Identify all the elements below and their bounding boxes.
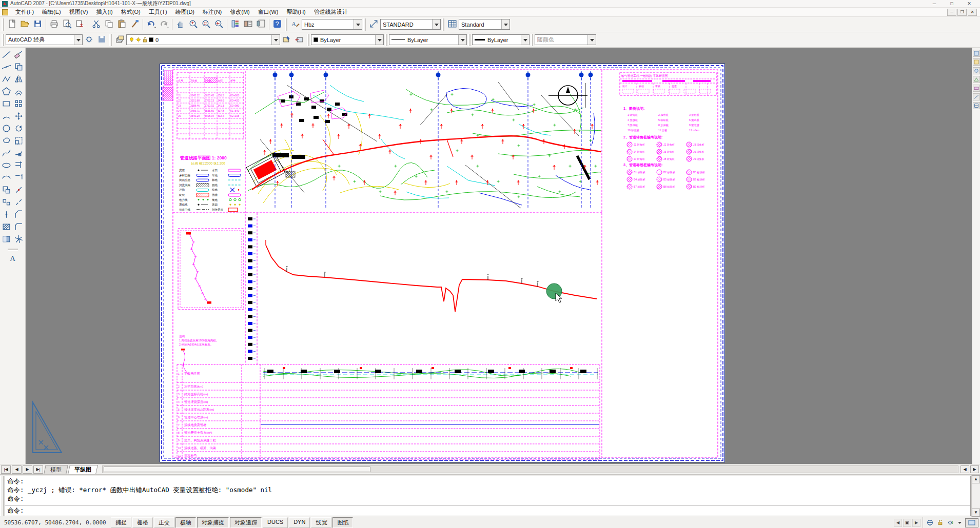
toolbar-grip[interactable] <box>285 18 287 31</box>
scroll-right-button[interactable]: ▶ <box>970 465 979 473</box>
extend-button[interactable] <box>13 172 25 184</box>
publish-button[interactable] <box>73 18 86 31</box>
menu-item-4[interactable]: 格式(O) <box>117 8 145 16</box>
comm-center-button[interactable] <box>925 516 935 528</box>
dcenter-button[interactable] <box>242 18 254 31</box>
clean-screen-button[interactable] <box>965 518 978 527</box>
command-history[interactable]: 命令:命令: _yczj ; 错误: *error* 函数中出错AutoCAD … <box>5 476 970 505</box>
color-combo[interactable]: ByLayer <box>311 34 384 45</box>
toggle-对象捕捉[interactable]: 对象捕捉 <box>197 517 229 528</box>
menu-item-9[interactable]: 窗口(W) <box>254 8 283 16</box>
rt5-button[interactable] <box>973 85 980 92</box>
scale-button[interactable] <box>13 135 25 147</box>
move-button[interactable] <box>13 110 25 123</box>
arc-button[interactable] <box>1 110 13 123</box>
tray-notification-icon[interactable]: ▣ <box>903 519 911 527</box>
polygon-button[interactable] <box>1 86 13 98</box>
scrollbar-thumb[interactable] <box>104 466 370 472</box>
toolbar-grip[interactable] <box>307 34 309 46</box>
rt1-button[interactable] <box>973 50 980 57</box>
menu-item-7[interactable]: 标注(N) <box>199 8 226 16</box>
toggle-对象追踪[interactable]: 对象追踪 <box>230 517 262 528</box>
fillet-button[interactable] <box>13 221 25 233</box>
dim-style-combo[interactable]: STANDARD <box>380 19 441 30</box>
toolbar-grip[interactable] <box>442 18 444 31</box>
menu-item-0[interactable]: 文件(F) <box>11 8 38 16</box>
chevron-down-icon[interactable] <box>521 35 529 45</box>
linetype-combo[interactable]: ByLayer <box>389 34 467 45</box>
stretch-button[interactable] <box>13 147 25 159</box>
redo-button[interactable] <box>158 18 170 31</box>
break-button[interactable] <box>13 196 25 209</box>
pline-button[interactable] <box>1 73 13 86</box>
menu-item-8[interactable]: 修改(M) <box>226 8 254 16</box>
chevron-down-icon[interactable] <box>432 19 440 29</box>
toggle-极轴[interactable]: 极轴 <box>175 517 196 528</box>
scroll-left-button[interactable]: ◀ <box>961 465 969 473</box>
toolbar-grip[interactable] <box>109 34 112 46</box>
copyobj-button[interactable] <box>13 61 25 73</box>
breakpt-button[interactable] <box>13 184 25 196</box>
copy-button[interactable] <box>103 18 115 31</box>
menu-item-11[interactable]: 管道线路设计 <box>310 8 352 16</box>
command-scrollbar[interactable]: ▲ ▼ <box>971 475 980 517</box>
settings-menu-button[interactable] <box>945 516 955 528</box>
text-style-combo[interactable]: Hbz <box>302 19 362 30</box>
preview-button[interactable] <box>61 18 73 31</box>
drawing-sheet[interactable]: 点号X坐标Y坐标高程桩号J13245.125620.45356.2K0+000J… <box>160 64 725 462</box>
circle-button[interactable] <box>1 123 13 135</box>
chevron-down-icon[interactable] <box>74 35 82 45</box>
tab-nav-1[interactable]: ◀ <box>12 465 22 474</box>
zoom-win-button[interactable] <box>200 18 212 31</box>
explode-button[interactable] <box>13 233 25 246</box>
chevron-down-icon[interactable] <box>955 516 964 528</box>
toggle-栅格[interactable]: 栅格 <box>132 517 153 528</box>
trim-button[interactable] <box>13 159 25 172</box>
hatch-button[interactable] <box>1 221 13 233</box>
tab-nav-3[interactable]: ▶| <box>33 465 43 474</box>
toggle-线宽[interactable]: 线宽 <box>311 517 331 528</box>
new-button[interactable] <box>6 18 18 31</box>
toolbar-lock-button[interactable] <box>935 516 945 528</box>
toggle-DUCS[interactable]: DUCS <box>263 517 288 528</box>
profile-viewport[interactable] <box>248 213 599 364</box>
props-button[interactable] <box>229 18 242 31</box>
block-button[interactable] <box>1 196 13 209</box>
earc-button[interactable] <box>1 172 13 184</box>
point-button[interactable] <box>1 209 13 221</box>
menu-item-10[interactable]: 帮助(H) <box>283 8 310 16</box>
revcloud-button[interactable] <box>1 135 13 147</box>
toolbar-grip[interactable] <box>2 34 4 46</box>
rt6-button[interactable] <box>973 93 980 100</box>
open-button[interactable] <box>18 18 31 31</box>
maximize-button[interactable]: □ <box>943 0 961 7</box>
erase-button[interactable] <box>13 49 25 61</box>
menu-item-1[interactable]: 编辑(E) <box>38 8 65 16</box>
makecur-button[interactable] <box>280 33 293 46</box>
tab-模型[interactable]: 模型 <box>44 465 68 474</box>
xline-button[interactable] <box>1 61 13 73</box>
layers-button[interactable] <box>113 33 126 46</box>
mdi-minimize-button[interactable]: ─ <box>947 9 956 16</box>
cut-button[interactable] <box>90 18 103 31</box>
toolbar-grip[interactable] <box>2 18 4 31</box>
rt4-button[interactable] <box>973 76 980 83</box>
zoom-rt-button[interactable] <box>187 18 200 31</box>
toolbar-grip[interactable] <box>385 34 387 46</box>
wssave-button[interactable] <box>95 33 108 46</box>
chevron-down-icon[interactable] <box>271 35 280 45</box>
chevron-down-icon[interactable] <box>375 35 383 45</box>
small-profile-viewport[interactable] <box>178 229 244 310</box>
mdi-close-button[interactable]: ✕ <box>968 9 977 16</box>
tab-nav-2[interactable]: ▶ <box>23 465 32 474</box>
plot-button[interactable] <box>48 18 61 31</box>
toolbar-grip[interactable] <box>8 249 18 251</box>
lineweight-combo[interactable]: ByLayer <box>472 34 530 45</box>
tray-right-button[interactable]: ▶ <box>912 519 920 527</box>
rotate-button[interactable] <box>13 123 25 135</box>
mtext-button[interactable]: A <box>7 252 19 265</box>
command-grip[interactable] <box>0 476 4 516</box>
tab-nav-0[interactable]: |◀ <box>1 465 11 474</box>
help-button[interactable]: ? <box>271 18 284 31</box>
match-button[interactable] <box>128 18 141 31</box>
